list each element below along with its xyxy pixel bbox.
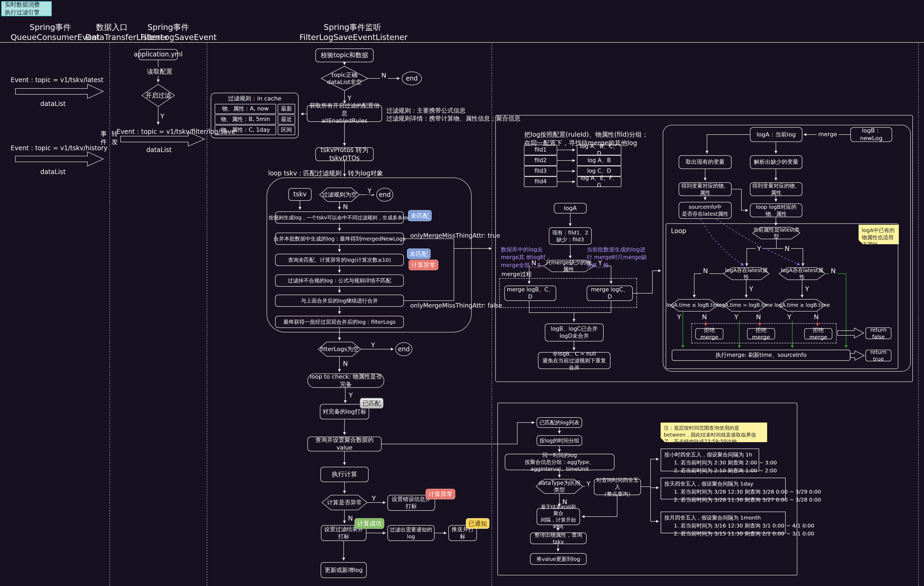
cache-row-val[interactable]: 区间: [278, 125, 295, 135]
node-reject-merge[interactable]: 拒绝merge: [695, 328, 723, 339]
decision-topic-line2: dataList非空: [327, 78, 362, 86]
node-set-null[interactable]: 令logB、C = null 避免在当前过滤规则下重复合并: [538, 352, 610, 369]
yn-label: N: [701, 313, 708, 321]
yn-label: Y: [756, 245, 762, 252]
event-save-label: Event：topic = v1/tskv/filter/log/save: [117, 127, 204, 136]
node-loga-current[interactable]: logA：当前log: [750, 127, 802, 142]
decision-time-ge[interactable]: logA.time ≥ logB.time: [779, 301, 825, 309]
node-tskv[interactable]: tskv: [288, 188, 312, 201]
node-merge-batch[interactable]: 合并本批数据中生成的log：最终得到mergedNewLogs: [275, 233, 404, 245]
cache-row-val[interactable]: 最新: [278, 104, 295, 114]
decision-datatype[interactable]: dataType为区间类型: [536, 483, 583, 490]
sticky-note-loop[interactable]: logA中已有的物属性也适用该逻辑: [858, 225, 899, 244]
node-group-by-time[interactable]: 按log的时间分组: [536, 435, 582, 446]
node-logb-new[interactable]: logB：newLog: [850, 127, 892, 142]
node-merge-bcd[interactable]: merge logB、C、D: [504, 286, 556, 301]
yn-label: N: [783, 245, 791, 252]
example-box-month[interactable]: 按月四舍五入，假设聚合间隔为 1month 1. 若当前时间为 3/16 12:…: [661, 512, 786, 533]
fild-cell[interactable]: fild3: [524, 166, 557, 176]
node-do-merge[interactable]: 执行merge: 刷新time、sourceInfo: [672, 350, 850, 361]
end-node-3[interactable]: end: [395, 342, 412, 356]
lane-divider-3: [492, 43, 492, 586]
badge-matched[interactable]: 已匹配: [360, 398, 383, 408]
decision-enable-filter[interactable]: 开启过滤: [142, 91, 175, 100]
node-matched-list[interactable]: 已匹配的log列表: [536, 417, 582, 428]
node-merged-status[interactable]: logB、logC已合并 logD未合并: [545, 323, 604, 341]
node-loga[interactable]: logA: [554, 203, 587, 214]
lane4-title: Spring事件监听: [324, 23, 381, 32]
lane-header-data-transfer: 数据入口 DataTransferListener: [85, 22, 138, 42]
fild-cell[interactable]: fild4: [524, 176, 557, 187]
node-update-value[interactable]: 将value更新到log: [530, 553, 587, 565]
fild-logs-cell[interactable]: log A、B: [577, 155, 621, 166]
read-config-label: 读取配置: [141, 67, 178, 76]
node-reject-merge[interactable]: 拒绝merge: [747, 328, 775, 339]
node-validate-topic[interactable]: 校验topic和数据: [315, 48, 374, 62]
decision-rule-empty[interactable]: 过滤规则为空: [320, 191, 359, 198]
loop-box[interactable]: [666, 223, 898, 369]
decision-topic-ok[interactable]: topic正确 dataList非空: [323, 71, 366, 86]
node-exec-calc[interactable]: 执行计算: [320, 467, 369, 482]
badge-unmatched[interactable]: 未匹配: [408, 210, 432, 221]
node-sourceinfo-check[interactable]: sourceInfo中 是否存在latest属性: [679, 202, 732, 219]
node-to-dto[interactable]: tskvProtos 转为 tskvDTOs: [315, 147, 374, 161]
loop-box-title: Loop: [671, 227, 686, 235]
node-parse-missing[interactable]: 解析出缺少的变量: [750, 155, 802, 169]
end-node-2[interactable]: end: [376, 188, 393, 202]
node-set-agg-value[interactable]: 查询并设置聚合数据的value: [307, 436, 381, 451]
decision-cur-latest[interactable]: 当前属性是latest类型: [752, 229, 800, 237]
cache-row-key[interactable]: 物、属性：B, 5min: [214, 114, 276, 125]
badge-unmatched[interactable]: 未匹配: [407, 249, 431, 259]
cache-row-val[interactable]: 最近: [278, 114, 295, 125]
end-node-1[interactable]: end: [402, 72, 422, 85]
node-have-miss[interactable]: 现有：fild1、2 缺少：fild3: [549, 227, 592, 245]
example-box-day[interactable]: 按天四舍五入，假设聚合间隔为 1day 1. 若当前时间为 3/28 12:30…: [661, 477, 786, 499]
node-loop-logb[interactable]: loop logB对应的物、属性: [750, 204, 802, 217]
yn-label: N: [380, 72, 388, 79]
sticky-note-between[interactable]: 注：底层按时间范围查询使用的是between，因此结束时间就直接取临界值了，不去…: [661, 423, 767, 442]
badge-calc-ok[interactable]: 计算成功: [355, 518, 384, 529]
node-round-query-time[interactable]: 对查询时间四舍五入 （整点查询）: [594, 479, 641, 495]
node-reject-merge[interactable]: 拒绝merge: [804, 328, 832, 339]
node-fetch-existing[interactable]: 取出现有的变量: [679, 155, 732, 169]
yn-label: N: [561, 498, 569, 506]
node-get-attr-left[interactable]: 得到变量对应的物、属性: [679, 182, 732, 196]
only-merge-false-label: onlyMergeMissThingAttr: false: [410, 302, 502, 309]
node-loop-check[interactable]: loop to check: 物属性是否完备: [307, 374, 384, 388]
example-month-item: 2. 若当前时间为 3/15 11:30 则查询 2/1 0:00 ~ 3/1 …: [664, 530, 782, 538]
decision-a-has-latest-left[interactable]: logA存在latest属性: [723, 270, 769, 277]
purple-right-2: merge时只merge缺失的属性: [587, 254, 647, 268]
badge-calc-error[interactable]: 计算异常: [409, 260, 438, 270]
node-filterlogs-result[interactable]: 最终获得一批经过层层合并后的log：filterLogs: [275, 316, 404, 328]
title-note[interactable]: 实时数据消费 执行过滤引擎: [1, 1, 52, 16]
decision-time-le[interactable]: logA.time ≤ logB.time: [670, 301, 718, 309]
node-tidy-query-tskv[interactable]: 整理出物属性，查询tskv: [530, 532, 587, 544]
fild-cell[interactable]: fild2: [524, 155, 557, 166]
badge-calc-error[interactable]: 计算异常: [426, 489, 455, 499]
only-merge-true-label: onlyMergeMissThingAttr: true: [410, 232, 500, 239]
decision-filterlogs-empty[interactable]: filterLogs为空: [318, 346, 361, 353]
node-return-false[interactable]: return false: [865, 328, 891, 339]
node-all-enabled-rules[interactable]: 获取所有开启过滤的配置信息 allEnabledRules: [307, 105, 382, 122]
node-merge-again[interactable]: 与上面合并后的log继续进行合并: [275, 295, 404, 307]
node-merge-cd[interactable]: merge logC、D: [587, 286, 633, 301]
node-query-unmatched[interactable]: 查询未匹配、计算异常的log(计算次数≤10): [275, 254, 404, 266]
node-update-log[interactable]: 更新或新增log: [321, 562, 367, 578]
node-get-attr-right[interactable]: 得到变量对应的物、属性: [750, 182, 802, 196]
node-filter-invalid[interactable]: 过滤掉不合规的log：公式与规则详情不匹配: [275, 275, 404, 286]
lane1-title: Spring事件: [30, 23, 71, 32]
node-group-by-agg[interactable]: 同一时间的log 按聚合信息分组：aggType、 aggInterval、ti…: [505, 454, 614, 470]
decision-calc-error[interactable]: 计算是否异常: [322, 499, 367, 506]
fild-logs-cell[interactable]: log A、E、F、G: [577, 176, 621, 187]
node-calc-start-time[interactable]: 基于结束时间和聚合 间隔，计算开始时间: [536, 508, 580, 525]
rules-note-2: 过滤规则详情：携带计算物、属性信息；聚合信息: [386, 114, 520, 123]
decision-a-has-latest-right[interactable]: logA存在latest属性: [779, 270, 825, 277]
cache-row-key[interactable]: 物、属性：A, now: [214, 104, 276, 114]
node-application-yml[interactable]: application.yml: [139, 49, 178, 60]
badge-notified[interactable]: 已通知: [466, 518, 489, 529]
example-box-hour[interactable]: 按小时四舍五入，假设聚合间隔为 1h 1. 若当前时间为 2:30 则查询 2:…: [661, 448, 759, 471]
node-gen-log[interactable]: 按规则生成log，一个tskv可以命中不同过滤规则，生成多条log: [275, 211, 404, 224]
node-return-true[interactable]: return true: [865, 350, 891, 361]
node-filter-notify[interactable]: 过滤出需要通知的log: [388, 525, 435, 541]
decision-time-eq[interactable]: logA.time = logB.time: [723, 301, 767, 309]
